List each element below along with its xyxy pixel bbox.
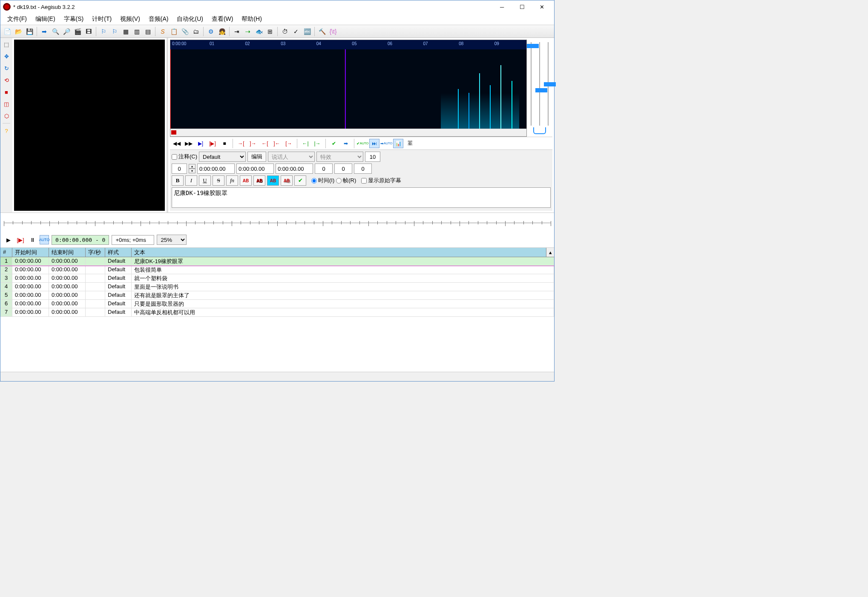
attachments-icon[interactable]: 📎 <box>180 26 190 37</box>
strike-button[interactable]: S <box>213 175 224 186</box>
menu-edit[interactable]: 编辑(E) <box>31 14 60 25</box>
audio-play-before-icon[interactable]: →[ <box>236 139 246 148</box>
audio-goto-icon[interactable]: ➡ <box>341 139 351 148</box>
audio-leadin-icon[interactable]: ←| <box>300 139 310 148</box>
audio-play-after-icon[interactable]: ]→ <box>248 139 258 148</box>
audio-timeline[interactable]: 0:00:00 01 02 03 04 05 06 07 08 09 <box>170 40 526 49</box>
table-row[interactable]: 60:00:00.000:00:00.00Default只要是圆形取景器的 <box>0 300 554 308</box>
timing-post-icon[interactable]: ⇢ <box>243 26 253 37</box>
kanji-timer-icon[interactable]: 🐟 <box>254 26 264 37</box>
italic-button[interactable]: I <box>185 175 197 186</box>
jump-icon[interactable]: ➡ <box>39 26 49 37</box>
start-time-input[interactable] <box>197 164 235 174</box>
time-radio[interactable]: 时间(I) <box>311 177 334 184</box>
maximize-button[interactable]: ☐ <box>512 1 532 13</box>
audio-spectrum-icon[interactable]: 📊 <box>393 139 403 148</box>
resample-icon[interactable]: ⊞ <box>265 26 275 37</box>
tool-clip-icon[interactable]: ◫ <box>2 99 11 109</box>
table-row[interactable]: 70:00:00.000:00:00.00Default中高端单反相机都可以用 <box>0 308 554 317</box>
grid-scroll-up[interactable]: ▴ <box>546 248 554 257</box>
video-seek-slider[interactable] <box>4 219 551 228</box>
spellcheck-icon[interactable]: ✓ <box>291 26 301 37</box>
tool-scale-icon[interactable]: ■ <box>2 87 11 97</box>
audio-commit-icon[interactable]: ✔ <box>329 139 339 148</box>
audio-scrollbar[interactable] <box>170 129 526 136</box>
snap-scene-icon[interactable]: ▤ <box>143 26 153 37</box>
table-row[interactable]: 10:00:00.000:00:00.00Default尼康DK-19橡胶眼罩 <box>0 257 554 266</box>
settings-icon[interactable]: 🔨 <box>317 26 327 37</box>
menu-video[interactable]: 视频(V) <box>116 14 144 25</box>
audio-play-sel-icon[interactable]: ▶] <box>195 139 206 148</box>
show-original-checkbox[interactable]: 显示原始字幕 <box>361 177 401 184</box>
tool-rotate-xy-icon[interactable]: ⟲ <box>2 75 11 85</box>
commit-text-button[interactable]: ✔ <box>294 175 306 186</box>
tool-rotate-z-icon[interactable]: ↻ <box>2 63 11 73</box>
margin-v2-input[interactable] <box>354 164 372 174</box>
audio-play-line-icon[interactable]: [▶] <box>207 139 218 148</box>
audio-spectrogram[interactable] <box>170 49 526 129</box>
frame-radio[interactable]: 帧(R) <box>336 177 356 184</box>
audio-autocommit-icon[interactable]: ✔AUTO <box>357 139 368 148</box>
video-play-button[interactable]: ▶ <box>4 235 13 244</box>
audio-play-to-end-icon[interactable]: [→ <box>284 139 294 148</box>
open-icon[interactable]: 📂 <box>13 26 23 37</box>
menu-file[interactable]: 文件(F) <box>3 14 31 25</box>
audio-zoom-slider[interactable] <box>529 42 534 126</box>
fonts-icon[interactable]: 🗂 <box>191 26 201 37</box>
automation-icon[interactable]: ⚙ <box>206 26 216 37</box>
layer-input[interactable] <box>172 164 187 174</box>
zoom-in-icon[interactable]: 🔍 <box>50 26 60 37</box>
video-play-line-button[interactable]: [▶] <box>16 235 25 244</box>
audio-autonext-icon[interactable]: ⏭ <box>369 139 379 148</box>
table-row[interactable]: 30:00:00.000:00:00.00Default就一个塑料袋 <box>0 274 554 283</box>
minimize-button[interactable]: ─ <box>492 1 512 13</box>
assistant-icon[interactable]: 👧 <box>217 26 227 37</box>
video-zoom-select[interactable]: 25% <box>157 235 187 245</box>
grid-header-style[interactable]: 样式 <box>105 248 132 257</box>
color3-button[interactable]: AB <box>267 175 279 186</box>
font-button[interactable]: fn <box>226 175 238 186</box>
audio-next-icon[interactable]: ▶▶ <box>184 139 194 148</box>
audio-play-500before-icon[interactable]: ←[ <box>260 139 270 148</box>
video-detach-icon[interactable]: 🎞 <box>83 26 94 37</box>
grid-header-cps[interactable]: 字/秒 <box>86 248 105 257</box>
shift-start-icon[interactable]: ⚐ <box>98 26 109 37</box>
shift-times-icon[interactable]: ⇥ <box>232 26 242 37</box>
snap-end-icon[interactable]: ▥ <box>132 26 142 37</box>
audio-volume-slider[interactable] <box>546 42 551 126</box>
tool-vector-clip-icon[interactable]: ⬡ <box>2 111 11 121</box>
grid-header-num[interactable]: # <box>0 248 12 257</box>
grid-header-end[interactable]: 结束时间 <box>49 248 86 257</box>
menu-view[interactable]: 查看(W) <box>207 14 238 25</box>
tool-help-icon[interactable]: ? <box>2 126 11 135</box>
menu-help[interactable]: 帮助(H) <box>237 14 266 25</box>
link-sliders-icon[interactable] <box>533 127 546 134</box>
audio-vert-zoom-slider[interactable] <box>537 42 542 126</box>
table-row[interactable]: 40:00:00.000:00:00.00Default里面是一张说明书 <box>0 283 554 291</box>
audio-karaoke-icon[interactable]: 韮 <box>405 139 415 148</box>
save-icon[interactable]: 💾 <box>24 26 34 37</box>
menu-timing[interactable]: 计时(T) <box>88 14 116 25</box>
audio-autoscroll-icon[interactable]: ➡AUTO <box>381 139 391 148</box>
color4-button[interactable]: AB <box>281 175 293 186</box>
menu-automation[interactable]: 自动化(U) <box>172 14 207 25</box>
video-autoscroll-button[interactable]: AUTO <box>40 235 49 244</box>
duration-input[interactable] <box>276 164 313 174</box>
audio-play-500after-icon[interactable]: ]← <box>272 139 282 148</box>
styles-icon[interactable]: S <box>158 26 168 37</box>
new-icon[interactable]: 📄 <box>2 26 12 37</box>
audio-leadout-icon[interactable]: |→ <box>312 139 322 148</box>
audio-stop-icon[interactable]: ■ <box>219 139 230 148</box>
effect-select[interactable]: 特效 <box>316 152 363 162</box>
margin-v1-input[interactable] <box>334 164 352 174</box>
color1-button[interactable]: AB <box>240 175 252 186</box>
margin-l-input[interactable] <box>315 164 333 174</box>
edit-style-button[interactable]: 编辑 <box>247 152 266 162</box>
menu-audio[interactable]: 音频(A) <box>144 14 173 25</box>
layer-up-button[interactable]: ▴ <box>189 164 195 169</box>
table-row[interactable]: 20:00:00.000:00:00.00Default包装很简单 <box>0 266 554 274</box>
menu-subtitle[interactable]: 字幕(S) <box>60 14 88 25</box>
audio-prev-icon[interactable]: ◀◀ <box>172 139 182 148</box>
options-icon[interactable]: ⏱ <box>280 26 290 37</box>
tool-drag-icon[interactable]: ✥ <box>2 52 11 61</box>
